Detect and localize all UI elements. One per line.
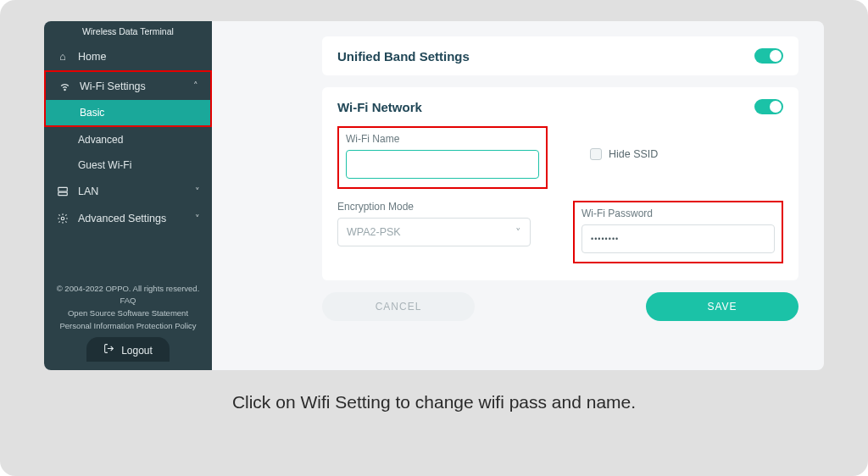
- wifi-network-toggle[interactable]: [754, 99, 783, 114]
- encryption-value: WPA2-PSK: [347, 226, 401, 238]
- nav-wifi-guest[interactable]: Guest Wi-Fi: [44, 152, 212, 178]
- lan-icon: [56, 185, 70, 197]
- footer-faq-link[interactable]: FAQ: [51, 295, 205, 307]
- footer-copyright: © 2004-2022 OPPO. All rights reserved.: [51, 283, 205, 296]
- svg-point-0: [64, 89, 64, 90]
- wifi-name-input[interactable]: [346, 150, 539, 179]
- nav-advanced-label: Advanced Settings: [78, 213, 166, 224]
- main-content: Unified Band Settings Wi-Fi Network Wi-F…: [212, 21, 824, 370]
- chevron-down-icon: ˅: [195, 213, 200, 224]
- nav-home[interactable]: ⌂ Home: [44, 43, 212, 70]
- highlight-wifi-password: Wi-Fi Password ••••••••: [573, 201, 783, 263]
- cancel-button[interactable]: CANCEL: [322, 292, 475, 321]
- nav-wifi-basic[interactable]: Basic: [46, 100, 210, 125]
- wifi-password-label: Wi-Fi Password: [581, 208, 775, 219]
- card-unified-band: Unified Band Settings: [322, 36, 798, 75]
- nav-wifi-settings[interactable]: Wi-Fi Settings ˄: [46, 72, 210, 100]
- instruction-caption: Click on Wifi Setting to change wifi pas…: [21, 392, 847, 412]
- sidebar: Wireless Data Terminal ⌂ Home Wi-Fi Sett…: [44, 21, 212, 370]
- svg-point-3: [61, 217, 64, 220]
- sidebar-footer: © 2004-2022 OPPO. All rights reserved. F…: [44, 274, 212, 370]
- gear-icon: [56, 213, 70, 224]
- nav-lan[interactable]: LAN ˅: [44, 178, 212, 205]
- form-actions: CANCEL SAVE: [322, 292, 798, 321]
- save-button[interactable]: SAVE: [646, 292, 798, 321]
- hide-ssid-checkbox[interactable]: [590, 148, 602, 160]
- hide-ssid-label: Hide SSID: [609, 148, 658, 160]
- logout-icon: [103, 343, 114, 359]
- app-window: Wireless Data Terminal ⌂ Home Wi-Fi Sett…: [44, 21, 824, 370]
- card-wifi-network: Wi-Fi Network Wi-Fi Name Hide SSID: [322, 87, 798, 280]
- wifi-icon: [58, 80, 71, 92]
- svg-rect-2: [58, 192, 68, 196]
- footer-oss-link[interactable]: Open Source Software Statement: [51, 307, 205, 320]
- footer-privacy-link[interactable]: Personal Information Protection Policy: [51, 320, 205, 333]
- wifi-name-label: Wi-Fi Name: [346, 133, 539, 145]
- unified-band-toggle[interactable]: [754, 48, 783, 64]
- nav-home-label: Home: [78, 51, 106, 63]
- wifi-password-input[interactable]: ••••••••: [581, 224, 775, 253]
- nav-lan-label: LAN: [78, 185, 98, 197]
- chevron-down-icon: ˅: [195, 186, 200, 197]
- wifi-password-value: ••••••••: [591, 235, 619, 243]
- highlight-wifi-name: Wi-Fi Name: [337, 126, 548, 189]
- hide-ssid-row[interactable]: Hide SSID: [590, 148, 783, 160]
- encryption-select[interactable]: WPA2-PSK ˅: [337, 218, 531, 246]
- nav-advanced-settings[interactable]: Advanced Settings ˅: [44, 205, 212, 232]
- highlight-wifi-section: Wi-Fi Settings ˄ Basic: [44, 70, 212, 127]
- home-icon: ⌂: [56, 51, 70, 63]
- logout-button[interactable]: Logout: [86, 337, 170, 362]
- nav-wifi-advanced[interactable]: Advanced: [44, 127, 212, 152]
- chevron-down-icon: ˅: [515, 226, 521, 239]
- unified-band-title: Unified Band Settings: [337, 49, 470, 64]
- svg-rect-1: [58, 187, 68, 191]
- logout-label: Logout: [121, 343, 153, 359]
- nav-wifi-label: Wi-Fi Settings: [80, 80, 146, 92]
- wifi-network-title: Wi-Fi Network: [337, 100, 422, 114]
- chevron-up-icon: ˄: [193, 80, 198, 91]
- encryption-label: Encryption Mode: [337, 201, 531, 213]
- brand-subtitle: Wireless Data Terminal: [44, 21, 212, 43]
